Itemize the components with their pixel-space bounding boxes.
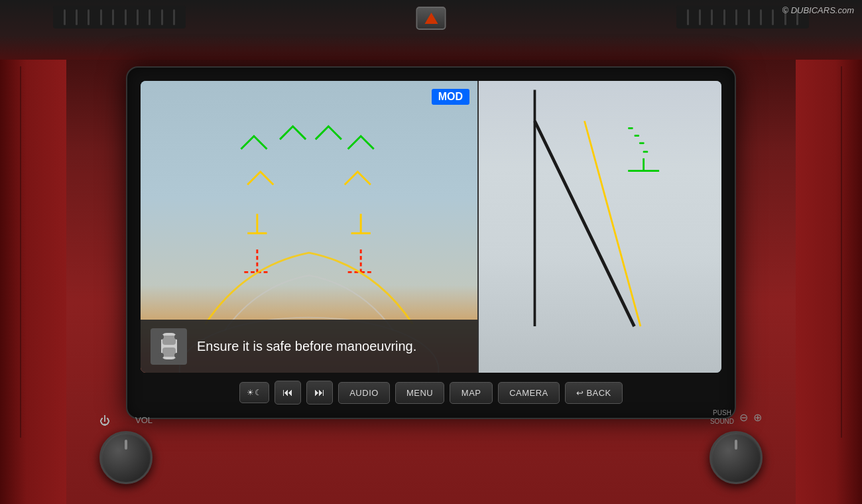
dashboard-top — [0, 0, 862, 60]
hazard-icon — [424, 13, 438, 24]
leather-left — [0, 0, 66, 504]
wiper-overlay — [479, 81, 721, 373]
brightness-button[interactable]: ☀︎☾ — [239, 382, 269, 403]
svg-point-12 — [158, 334, 164, 340]
back-button[interactable]: ↩ BACK — [565, 382, 623, 404]
vent-slat — [735, 9, 737, 25]
svg-rect-19 — [628, 127, 633, 129]
car-top-view-icon — [156, 330, 182, 362]
seam-left — [20, 66, 21, 438]
svg-line-17 — [535, 121, 635, 327]
watermark: © DUBICARS.com — [782, 5, 854, 15]
vent-slat — [772, 9, 774, 25]
svg-line-18 — [585, 121, 641, 327]
car-icon-container — [151, 328, 187, 365]
right-knob[interactable] — [709, 431, 763, 484]
right-knob-area: PUSH SOUND ⊖ ⊕ — [709, 409, 763, 484]
camera-button[interactable]: CAMERA — [498, 382, 560, 404]
vent-slat — [137, 9, 139, 25]
svg-rect-21 — [639, 142, 645, 144]
vent-slat — [760, 9, 762, 25]
vol-label: VOL — [135, 415, 153, 427]
controls-row: ☀︎☾ ⏮ ⏭ AUDIO MENU MAP CAMERA ↩ BACK — [141, 373, 721, 408]
left-knob[interactable] — [99, 431, 153, 484]
map-button[interactable]: MAP — [450, 382, 493, 404]
vent-slat — [64, 9, 66, 25]
car-interior: © DUBICARS.com — [0, 0, 862, 504]
menu-button[interactable]: MENU — [395, 382, 444, 404]
notification-bar: Ensure it is safe before manoeuvring. — [141, 320, 477, 373]
vent-slat — [173, 9, 175, 25]
vent-slat — [88, 9, 90, 25]
next-button[interactable]: ⏭ — [306, 381, 333, 405]
audio-button[interactable]: AUDIO — [338, 382, 390, 404]
seam-right — [841, 66, 842, 438]
camera-view-right — [477, 81, 721, 373]
leather-right — [796, 0, 862, 504]
vent-slat — [76, 9, 78, 25]
vent-slat — [125, 9, 127, 25]
mod-badge: MOD — [432, 89, 469, 105]
vent-slat — [687, 9, 689, 25]
vent-slat — [699, 9, 701, 25]
vent-slat — [100, 9, 102, 25]
infotainment-unit: MOD — [126, 66, 736, 419]
vent-slat — [723, 9, 725, 25]
push-sound-label: PUSH SOUND — [710, 409, 734, 426]
svg-rect-20 — [635, 135, 640, 137]
power-icon: ⏻ — [99, 415, 110, 427]
zoom-plus-icon[interactable]: ⊕ — [753, 411, 762, 424]
svg-rect-11 — [162, 347, 176, 357]
svg-point-13 — [174, 334, 180, 340]
power-label: ⏻ — [99, 415, 110, 427]
vent-slat — [149, 9, 151, 25]
left-knob-area: ⏻ VOL — [99, 415, 153, 484]
vent-slat — [161, 9, 163, 25]
svg-rect-22 — [643, 151, 648, 153]
prev-button[interactable]: ⏮ — [275, 381, 301, 405]
right-knob-labels: PUSH SOUND ⊖ ⊕ — [710, 409, 762, 426]
zoom-minus-icon[interactable]: ⊖ — [739, 411, 748, 424]
camera-view-left: MOD — [141, 81, 477, 373]
screen: MOD — [141, 81, 721, 373]
svg-point-15 — [174, 353, 180, 358]
vent-slat — [711, 9, 713, 25]
svg-rect-10 — [162, 336, 176, 345]
vent-slat — [112, 9, 114, 25]
hazard-button[interactable] — [416, 7, 446, 30]
svg-point-14 — [158, 353, 164, 358]
vent-slat — [748, 9, 750, 25]
knob-labels-row: ⏻ VOL — [99, 415, 153, 427]
vent-left — [53, 5, 186, 29]
notification-message: Ensure it is safe before manoeuvring. — [197, 339, 416, 354]
